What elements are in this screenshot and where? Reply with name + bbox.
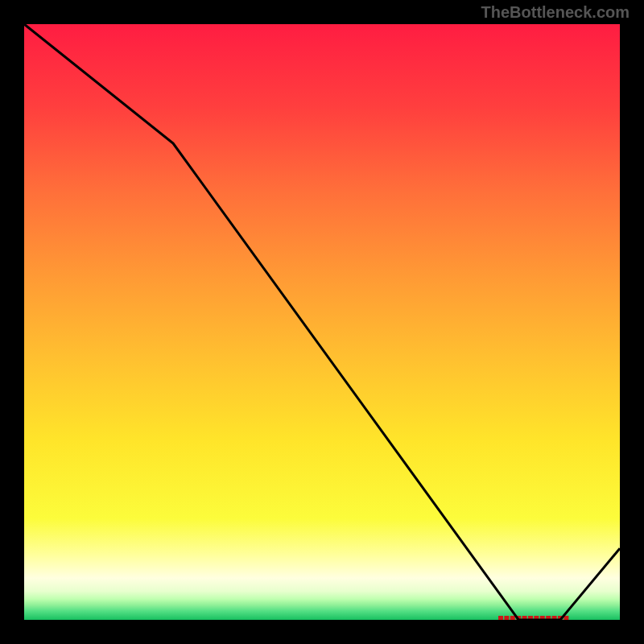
chart-container: TheBottleneck.com	[0, 0, 644, 644]
svg-rect-1	[504, 616, 509, 620]
attribution-label: TheBottleneck.com	[481, 3, 630, 22]
svg-rect-2	[510, 616, 515, 620]
plot-background	[24, 24, 620, 620]
bottleneck-chart	[0, 0, 644, 644]
svg-rect-0	[498, 616, 503, 620]
